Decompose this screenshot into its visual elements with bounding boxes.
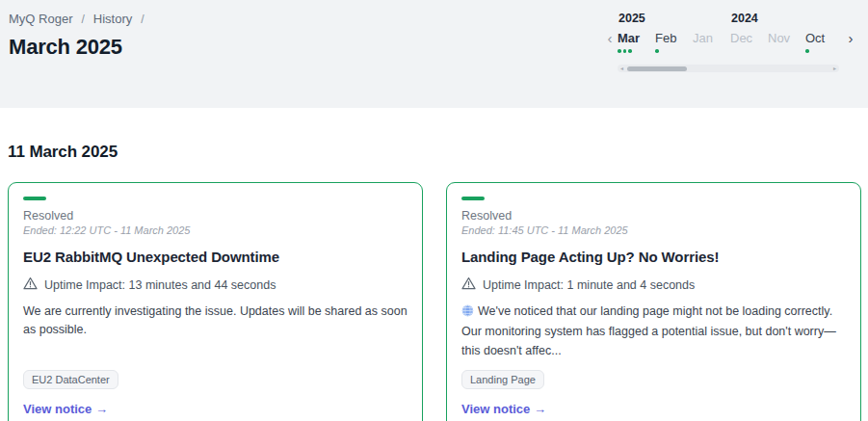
uptime-impact-text: Uptime Impact: 1 minute and 4 seconds xyxy=(483,278,695,292)
component-tag: EU2 DataCenter xyxy=(23,370,118,389)
month-item-oct[interactable]: Oct xyxy=(805,31,843,53)
year-label-2025: 2025 xyxy=(618,12,645,25)
activity-dot xyxy=(655,49,659,53)
component-tag: Landing Page xyxy=(461,370,544,389)
incident-card-landing-page: Resolved Ended: 11:45 UTC - 11 March 202… xyxy=(446,182,861,421)
incident-status: Resolved xyxy=(461,209,846,223)
view-notice-link[interactable]: View notice → xyxy=(461,402,846,416)
page-header: MyQ Roger / History / March 2025 2025 20… xyxy=(0,0,868,108)
uptime-impact: Uptime Impact: 1 minute and 4 seconds xyxy=(461,276,846,293)
incident-cards-row: Resolved Ended: 12:22 UTC - 11 March 202… xyxy=(8,182,861,421)
month-label: Dec xyxy=(730,31,768,46)
incident-history-content: 11 March 2025 Resolved Ended: 12:22 UTC … xyxy=(0,108,868,421)
status-dash xyxy=(23,197,46,200)
incident-body: We are currently investigating the issue… xyxy=(23,303,408,340)
uptime-impact-text: Uptime Impact: 13 minutes and 44 seconds xyxy=(44,278,276,292)
breadcrumb-separator: / xyxy=(141,13,144,26)
breadcrumb-separator: / xyxy=(81,13,84,26)
activity-dot xyxy=(618,49,621,53)
activity-dot xyxy=(805,49,809,53)
view-notice-link[interactable]: View notice → xyxy=(23,402,408,416)
month-label: Mar xyxy=(618,31,655,46)
timeline-months-row: ‹ Mar Feb Jan Dec xyxy=(602,31,855,53)
timeline-months: Mar Feb Jan Dec xyxy=(618,31,843,53)
uptime-impact: Uptime Impact: 13 minutes and 44 seconds xyxy=(23,276,408,293)
month-item-dec[interactable]: Dec xyxy=(730,31,768,53)
month-label: Jan xyxy=(693,31,730,46)
timeline-scrollbar-track[interactable] xyxy=(623,65,833,72)
breadcrumb-item-history[interactable]: History xyxy=(93,12,132,26)
chevron-right-icon[interactable]: › xyxy=(843,31,858,46)
month-item-mar[interactable]: Mar xyxy=(618,31,655,53)
month-dots xyxy=(693,49,730,53)
incident-ended-time: Ended: 12:22 UTC - 11 March 2025 xyxy=(23,224,408,236)
incident-body: We've noticed that our landing page migh… xyxy=(461,303,846,360)
month-dots xyxy=(655,49,693,53)
timeline-scrollbar[interactable]: ◂ ▸ xyxy=(618,65,839,72)
status-history-page: MyQ Roger / History / March 2025 2025 20… xyxy=(0,0,868,421)
globe-icon xyxy=(461,306,474,320)
warning-triangle-icon xyxy=(461,276,476,293)
month-timeline: 2025 2024 ‹ Mar Feb Jan xyxy=(602,12,855,108)
incident-status: Resolved xyxy=(23,209,408,223)
warning-triangle-icon xyxy=(23,276,38,293)
month-label: Nov xyxy=(768,31,805,46)
timeline-scrollbar-thumb[interactable] xyxy=(627,66,687,71)
breadcrumb: MyQ Roger / History / xyxy=(9,12,145,26)
incident-body-text: We've noticed that our landing page migh… xyxy=(461,304,836,357)
incident-title: EU2 RabbitMQ Unexpected Downtime xyxy=(23,249,408,265)
month-item-nov[interactable]: Nov xyxy=(768,31,805,53)
month-item-jan[interactable]: Jan xyxy=(693,31,730,53)
month-dots xyxy=(730,49,768,53)
month-item-feb[interactable]: Feb xyxy=(655,31,693,53)
incident-title: Landing Page Acting Up? No Worries! xyxy=(461,249,846,265)
header-left: MyQ Roger / History / March 2025 xyxy=(9,12,145,108)
incident-card-rabbitmq: Resolved Ended: 12:22 UTC - 11 March 202… xyxy=(8,182,423,421)
month-dots xyxy=(768,49,805,53)
page-title: March 2025 xyxy=(9,35,145,60)
month-label: Oct xyxy=(805,31,843,46)
breadcrumb-item-myq-roger[interactable]: MyQ Roger xyxy=(9,12,72,26)
year-label-2024: 2024 xyxy=(731,12,758,25)
month-label: Feb xyxy=(655,31,693,46)
activity-dot xyxy=(628,49,632,53)
chevron-left-icon[interactable]: ‹ xyxy=(602,31,618,46)
tags-row: Landing Page xyxy=(461,360,846,389)
incident-body-text: We are currently investigating the issue… xyxy=(23,304,408,336)
date-heading: 11 March 2025 xyxy=(8,143,861,162)
tags-row: EU2 DataCenter xyxy=(23,360,408,389)
activity-dot xyxy=(623,49,627,53)
incident-ended-time: Ended: 11:45 UTC - 11 March 2025 xyxy=(461,224,846,236)
month-dots xyxy=(805,49,843,53)
timeline-years: 2025 2024 xyxy=(618,12,855,27)
scrollbar-right-arrow-icon[interactable]: ▸ xyxy=(833,65,836,72)
month-dots xyxy=(618,49,655,53)
status-dash xyxy=(461,197,485,200)
